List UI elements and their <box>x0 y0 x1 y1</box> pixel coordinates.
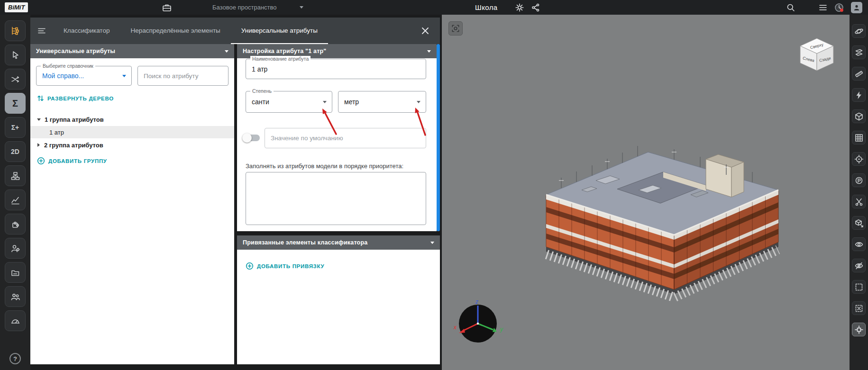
orbit-tool[interactable] <box>852 24 866 38</box>
axis-x-label: x <box>453 324 457 331</box>
help-button[interactable]: ? <box>9 353 21 364</box>
add-binding-button[interactable]: ДОБАВИТЬ ПРИВЯЗКУ <box>246 262 324 270</box>
add-group-button[interactable]: ДОБАВИТЬ ГРУППУ <box>37 157 107 165</box>
panel-menu-button[interactable] <box>30 18 53 44</box>
list-icon <box>818 3 828 12</box>
reference-select[interactable]: Выберите справочник Мой справо... <box>36 66 132 86</box>
viewfinder-icon <box>451 24 460 33</box>
sum-attributes-icon: Σ <box>12 99 18 108</box>
team-icon <box>10 292 20 302</box>
workspace-label: Базовое пространство <box>212 4 277 11</box>
lightning-icon <box>854 90 864 100</box>
degree-prefix-select[interactable]: Степень санти <box>246 91 332 113</box>
dashboard-tool[interactable] <box>5 310 26 331</box>
tree-group-label: 2 группа атрибутов <box>44 142 103 149</box>
plan-view-tool[interactable] <box>852 173 866 187</box>
grid-tool[interactable] <box>852 131 866 144</box>
reference-select-label: Выберите справочник <box>41 63 95 69</box>
select-tool[interactable] <box>5 45 26 65</box>
tab-universal-attributes[interactable]: Универсальные атрибуты <box>231 18 328 44</box>
team-tool[interactable] <box>5 286 26 307</box>
degree-label: Степень <box>250 88 274 94</box>
attribute-settings-panel: Настройка атрибута "1 атр" Наименование … <box>237 44 437 231</box>
top-bar: BiMiT Базовое пространство Школа <box>0 0 868 15</box>
attribute-name-field[interactable]: Наименование атрибута 1 атр <box>246 59 426 79</box>
show-elements-tool[interactable] <box>852 237 866 251</box>
degree-unit-select[interactable]: метр <box>338 91 426 113</box>
add-circle-icon <box>246 262 254 270</box>
settings-scrollbar[interactable] <box>437 44 440 231</box>
tree-group-2[interactable]: 2 группа атрибутов <box>30 139 234 151</box>
list-menu-button[interactable] <box>815 0 831 15</box>
relations-tool[interactable] <box>5 69 26 90</box>
sync-status-icon <box>834 2 844 13</box>
chevron-down-icon <box>323 101 327 103</box>
user-roles-tool[interactable] <box>5 238 26 259</box>
attribute-name-value: 1 атр <box>252 65 267 73</box>
move-element-tool[interactable] <box>852 323 866 336</box>
section-cut-tool[interactable] <box>852 195 866 208</box>
cube-icon <box>854 112 864 121</box>
select-area-tool[interactable] <box>852 280 866 294</box>
hierarchy-tool[interactable] <box>5 165 26 186</box>
projection-tool[interactable] <box>852 45 866 59</box>
model-structure-icon <box>10 26 20 36</box>
add-attributes-tool[interactable]: Σ+ <box>5 117 26 138</box>
search-icon <box>786 3 795 12</box>
select-cursor-icon <box>10 50 20 60</box>
axis-gizmo[interactable]: x y z <box>450 298 507 348</box>
viewport-3d[interactable]: Сверху Слева Сзади x y z <box>442 15 850 370</box>
measure-tool[interactable] <box>852 67 866 81</box>
panel-close-button[interactable] <box>418 24 432 38</box>
universal-attributes-panel: Универсальные атрибуты Выберите справочн… <box>30 44 234 364</box>
building-model <box>539 133 788 308</box>
tree-item-1-atr[interactable]: 1 атр <box>30 126 234 138</box>
default-value-toggle[interactable] <box>244 135 260 141</box>
model-structure-tool[interactable] <box>5 20 26 41</box>
quick-actions-tool[interactable] <box>852 88 866 102</box>
select-area-icon <box>854 282 864 292</box>
app-logo[interactable]: BiMiT <box>5 2 28 12</box>
attributes-section-header[interactable]: Универсальные атрибуты <box>30 44 234 58</box>
projection-icon <box>854 48 864 57</box>
expand-tree-icon <box>37 94 44 102</box>
plugins-tool[interactable] <box>5 214 26 235</box>
sum-add-icon: Σ+ <box>11 124 19 131</box>
user-roles-icon <box>10 244 20 253</box>
project-settings-button[interactable] <box>512 0 527 15</box>
tab-unallocated-elements[interactable]: Нераспределённые элементы <box>120 18 230 44</box>
caret-down-icon[interactable] <box>37 118 41 121</box>
workspace-selector[interactable]: Базовое пространство <box>212 0 303 15</box>
sync-status-button[interactable] <box>831 0 847 15</box>
default-value-input[interactable] <box>265 128 426 148</box>
navigation-cube[interactable]: Сверху Слева Сзади <box>796 34 837 77</box>
caret-right-icon[interactable] <box>37 143 40 147</box>
axis-z-label: z <box>475 298 478 305</box>
deselect-area-tool[interactable] <box>852 301 866 315</box>
settings-section-title: Настройка атрибута "1 атр" <box>243 48 326 54</box>
target-icon <box>854 154 864 164</box>
hide-elements-tool[interactable] <box>852 259 866 272</box>
panel-tab-bar: Классификатор Нераспределённые элементы … <box>30 18 440 44</box>
attribute-search-input[interactable] <box>137 66 228 86</box>
analytics-tool[interactable] <box>5 190 26 210</box>
user-profile-button[interactable] <box>851 2 862 13</box>
priority-attributes-box[interactable] <box>246 172 426 225</box>
focus-tool[interactable] <box>852 152 866 166</box>
model-cube-tool[interactable] <box>852 109 866 123</box>
fit-view-button[interactable] <box>448 21 463 36</box>
menu-icon <box>37 26 46 36</box>
2d-view-tool[interactable]: 2D <box>5 141 26 162</box>
section-box-tool[interactable] <box>852 216 866 230</box>
tab-classifier[interactable]: Классификатор <box>53 18 120 44</box>
share-button[interactable] <box>528 0 543 15</box>
tree-group-1[interactable]: 1 группа атрибутов <box>30 113 234 126</box>
search-button[interactable] <box>783 0 798 15</box>
expand-tree-button[interactable]: РАЗВЕРНУТЬ ДЕРЕВО <box>37 94 114 102</box>
bindings-section-header[interactable]: Привязанные элементы классификатора <box>237 235 440 250</box>
workspace-briefcase-button[interactable] <box>159 0 174 15</box>
universal-attributes-tool[interactable]: Σ <box>5 93 26 114</box>
projects-tool[interactable] <box>5 262 26 283</box>
bindings-section-title: Привязанные элементы классификатора <box>243 239 367 246</box>
collapse-caret-icon <box>427 50 431 53</box>
